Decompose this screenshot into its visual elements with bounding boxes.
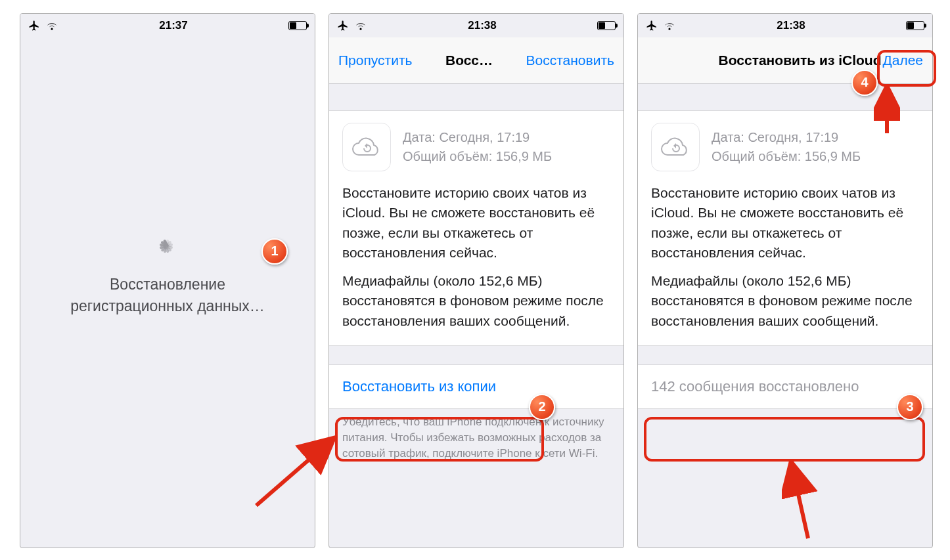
backup-card: Дата: Сегодня, 17:19 Общий объём: 156,9 … bbox=[329, 110, 623, 346]
backup-meta: Дата: Сегодня, 17:19 Общий объём: 156,9 … bbox=[712, 128, 861, 166]
phone-screen-3: 21:38 Восстановить из iCloud Далее Дата:… bbox=[637, 13, 933, 548]
annotation-badge-1: 1 bbox=[261, 238, 288, 265]
annotation-badge-4: 4 bbox=[851, 70, 878, 96]
backup-meta: Дата: Сегодня, 17:19 Общий объём: 156,9 … bbox=[403, 128, 552, 166]
backup-date: Дата: Сегодня, 17:19 bbox=[712, 128, 861, 147]
restore-button[interactable]: Восстановить bbox=[526, 53, 614, 68]
cloud-restore-icon bbox=[342, 123, 391, 171]
restore-status-row: 142 сообщения восстановлено bbox=[638, 364, 932, 409]
loading-area: Восстановление регистрационных данных… bbox=[20, 14, 315, 548]
backup-size: Общий объём: 156,9 МБ bbox=[403, 147, 552, 166]
phone-screen-1: 21:37 Восстановление регистрационных д bbox=[20, 13, 315, 548]
backup-header: Дата: Сегодня, 17:19 Общий объём: 156,9 … bbox=[651, 123, 919, 171]
skip-button[interactable]: Пропустить bbox=[338, 53, 413, 68]
phone-screen-2: 21:38 Пропустить Восс… Восстановить Дата… bbox=[328, 13, 624, 548]
stage: 21:37 Восстановление регистрационных д bbox=[0, 0, 950, 560]
status-bar: 21:38 bbox=[638, 14, 932, 37]
battery-icon bbox=[597, 21, 616, 30]
restore-description-2: Медиафайлы (около 152,6 МБ) восстановятс… bbox=[651, 271, 919, 331]
backup-card: Дата: Сегодня, 17:19 Общий объём: 156,9 … bbox=[638, 110, 932, 346]
restore-description-2: Медиафайлы (около 152,6 МБ) восстановятс… bbox=[342, 271, 610, 331]
status-time: 21:38 bbox=[777, 19, 805, 32]
restore-description-1: Восстановите историю своих чатов из iClo… bbox=[651, 183, 919, 263]
cloud-restore-icon bbox=[651, 123, 700, 171]
nav-title: Восс… bbox=[413, 53, 526, 68]
wifi-icon bbox=[663, 20, 676, 31]
wifi-icon bbox=[354, 20, 367, 31]
backup-header: Дата: Сегодня, 17:19 Общий объём: 156,9 … bbox=[342, 123, 610, 171]
backup-date: Дата: Сегодня, 17:19 bbox=[403, 128, 552, 147]
nav-bar: Пропустить Восс… Восстановить bbox=[329, 37, 623, 84]
status-right bbox=[906, 21, 924, 30]
backup-size: Общий объём: 156,9 МБ bbox=[712, 147, 861, 166]
nav-bar: Восстановить из iCloud Далее bbox=[638, 37, 932, 84]
annotation-badge-3: 3 bbox=[897, 394, 923, 420]
status-bar: 21:38 bbox=[329, 14, 623, 37]
status-left bbox=[337, 20, 367, 32]
nav-title: Восстановить из iCloud bbox=[647, 53, 882, 68]
loading-text: Восстановление регистрационных данных… bbox=[56, 274, 279, 316]
annotation-badge-2: 2 bbox=[529, 394, 555, 420]
restore-description-1: Восстановите историю своих чатов из iClo… bbox=[342, 183, 610, 263]
status-time: 21:38 bbox=[468, 19, 496, 32]
spinner-icon bbox=[153, 232, 182, 261]
airplane-icon bbox=[646, 20, 658, 32]
next-button[interactable]: Далее bbox=[882, 53, 923, 68]
airplane-icon bbox=[337, 20, 349, 32]
status-right bbox=[597, 21, 616, 30]
restore-from-backup-button[interactable]: Восстановить из копии bbox=[329, 364, 623, 409]
battery-icon bbox=[906, 21, 924, 30]
status-left bbox=[646, 20, 676, 32]
restore-footnote: Убедитесь, что ваш iPhone подключен к ис… bbox=[329, 409, 623, 461]
